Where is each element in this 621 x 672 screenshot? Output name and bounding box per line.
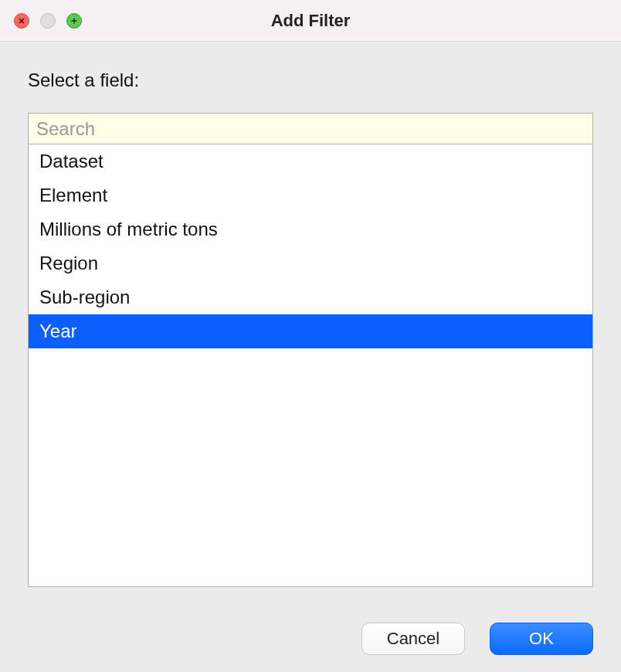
field-list: DatasetElementMillions of metric tonsReg…: [29, 144, 592, 586]
dialog-buttons: Cancel OK: [0, 602, 621, 655]
cancel-button[interactable]: Cancel: [361, 623, 465, 655]
list-item[interactable]: Year: [29, 314, 592, 348]
search-input[interactable]: [29, 114, 592, 144]
list-item[interactable]: Region: [29, 246, 592, 280]
list-item[interactable]: Dataset: [29, 144, 592, 178]
close-icon[interactable]: [14, 13, 29, 29]
minimize-icon[interactable]: [40, 13, 56, 29]
dialog-content: Select a field: DatasetElementMillions o…: [0, 42, 621, 602]
window-title: Add Filter: [0, 11, 621, 31]
maximize-icon[interactable]: [66, 13, 82, 29]
list-item[interactable]: Millions of metric tons: [29, 212, 592, 246]
list-item[interactable]: Element: [29, 178, 592, 212]
titlebar: Add Filter: [0, 0, 621, 42]
window-controls: [14, 13, 82, 29]
field-listbox: DatasetElementMillions of metric tonsReg…: [28, 113, 593, 587]
ok-button[interactable]: OK: [490, 623, 593, 655]
list-item[interactable]: Sub-region: [29, 280, 592, 314]
section-heading: Select a field:: [28, 70, 593, 91]
